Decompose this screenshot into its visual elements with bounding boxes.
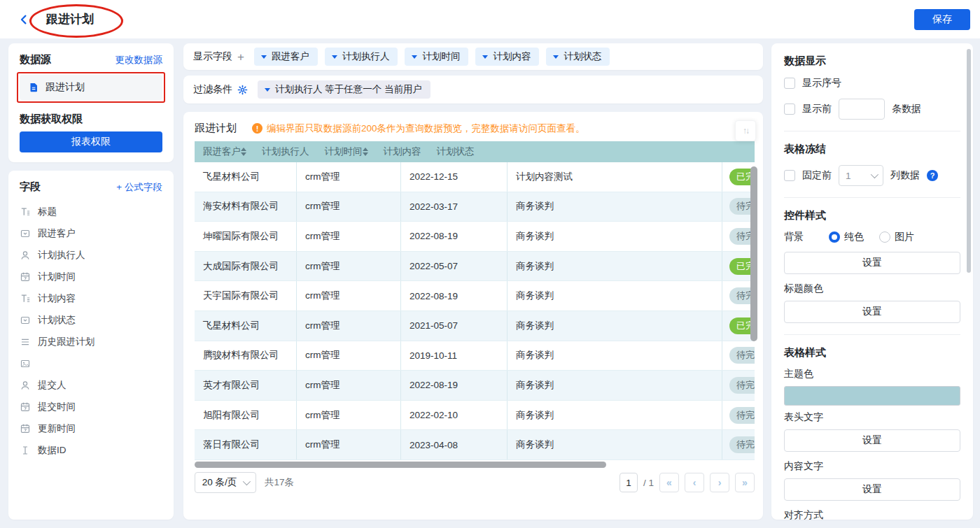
change-datasource-link[interactable]: 更改数据源 bbox=[115, 54, 163, 66]
add-formula-field-link[interactable]: + 公式字段 bbox=[116, 181, 162, 194]
filter-bar: 过滤条件 计划执行人 等于任意一个 当前用户 bbox=[183, 76, 763, 104]
table-row[interactable]: 大成国际有限公司 crm管理 2022-05-07 商务谈判 已完成 bbox=[195, 252, 755, 282]
back-icon[interactable] bbox=[18, 14, 29, 25]
freeze-col-select[interactable]: 1 bbox=[839, 165, 883, 186]
display-field-chip[interactable]: 跟进客户 bbox=[254, 48, 318, 66]
table-row[interactable]: 飞星材料公司 crm管理 2021-05-07 商务谈判 已完成 bbox=[195, 311, 755, 341]
title-color-set-button[interactable]: 设置 bbox=[784, 301, 960, 323]
cell-customer: 英才有限公司 bbox=[195, 371, 297, 400]
solid-color-radio[interactable] bbox=[829, 231, 840, 243]
table-row[interactable]: 落日有限公司 crm管理 2023-04-08 商务谈判 待完成 bbox=[195, 430, 755, 460]
table-row[interactable]: 海安材料有限公司 crm管理 2022-03-17 商务谈判 待完成 bbox=[195, 192, 755, 222]
background-set-button[interactable]: 设置 bbox=[784, 252, 960, 274]
show-index-checkbox[interactable] bbox=[784, 78, 795, 89]
horizontal-scrollbar[interactable] bbox=[195, 462, 606, 468]
show-first-checkbox[interactable] bbox=[784, 104, 795, 115]
field-type-icon bbox=[20, 315, 31, 326]
help-icon[interactable]: ? bbox=[927, 170, 938, 181]
table-row[interactable]: 坤曜国际有限公司 crm管理 2022-08-19 商务谈判 待完成 bbox=[195, 222, 755, 252]
cell-customer: 落日有限公司 bbox=[195, 430, 297, 459]
cell-customer: 海安材料有限公司 bbox=[195, 192, 297, 222]
gear-icon[interactable] bbox=[237, 85, 248, 95]
cell-content: 商务谈判 bbox=[507, 192, 722, 222]
image-label: 图片 bbox=[895, 231, 914, 243]
table-row[interactable]: 英才有限公司 crm管理 2022-08-19 商务谈判 待完成 bbox=[195, 371, 755, 401]
column-header[interactable]: 计划时间 bbox=[316, 141, 375, 162]
display-field-chip[interactable]: 计划执行人 bbox=[325, 48, 398, 66]
page-nav-button[interactable]: « bbox=[659, 473, 679, 492]
col-suffix-label: 列数据 bbox=[890, 169, 920, 182]
column-header[interactable]: 计划状态 bbox=[428, 141, 482, 162]
filter-chip[interactable]: 计划执行人 等于任意一个 当前用户 bbox=[258, 80, 430, 99]
table-row[interactable]: 天宇国际有限公司 crm管理 2022-08-19 商务谈判 待完成 bbox=[195, 281, 755, 311]
column-header[interactable]: 计划执行人 bbox=[253, 141, 316, 162]
save-button[interactable]: 保存 bbox=[914, 9, 970, 30]
datasource-item[interactable]: 跟进计划 bbox=[20, 75, 162, 100]
pagination-bar: 20 条/页 共17条 1 / 1 «‹›» bbox=[195, 472, 755, 493]
vertical-scrollbar[interactable] bbox=[750, 166, 757, 341]
align-label: 对齐方式 bbox=[784, 509, 960, 520]
report-permission-button[interactable]: 报表权限 bbox=[20, 131, 162, 152]
field-item[interactable]: 跟进客户 bbox=[20, 222, 162, 244]
cell-executor: crm管理 bbox=[297, 281, 401, 311]
cell-date: 2019-10-11 bbox=[401, 341, 507, 371]
cell-customer: 坤曜国际有限公司 bbox=[195, 222, 297, 251]
status-badge: 待完成 bbox=[729, 377, 755, 394]
display-field-chip[interactable]: 计划内容 bbox=[475, 48, 539, 66]
cell-customer: 飞星材料公司 bbox=[195, 162, 297, 192]
cell-executor: crm管理 bbox=[297, 192, 401, 222]
freeze-checkbox[interactable] bbox=[784, 170, 795, 181]
filter-label: 过滤条件 bbox=[193, 83, 232, 96]
page-nav-button[interactable]: ‹ bbox=[685, 473, 704, 492]
sort-arrows-icon[interactable] bbox=[241, 148, 246, 156]
sort-order-button[interactable]: ↑↓ bbox=[735, 120, 756, 141]
field-label: 提交时间 bbox=[38, 401, 76, 413]
field-item[interactable]: 计划执行人 bbox=[20, 244, 162, 266]
page-size-select[interactable]: 20 条/页 bbox=[195, 472, 256, 493]
field-item[interactable] bbox=[20, 352, 162, 374]
table-row[interactable]: 飞星材料公司 crm管理 2022-12-15 计划内容测试 已完成 bbox=[195, 162, 755, 192]
content-text-set-button[interactable]: 设置 bbox=[784, 478, 960, 501]
theme-color-swatch[interactable] bbox=[784, 386, 960, 406]
sort-arrows-icon[interactable] bbox=[363, 148, 368, 156]
solid-color-label: 纯色 bbox=[844, 231, 864, 243]
image-radio[interactable] bbox=[879, 231, 890, 243]
cell-customer: 飞星材料公司 bbox=[195, 311, 297, 341]
field-item[interactable]: 计划时间 bbox=[20, 266, 162, 287]
panel-scrollbar[interactable] bbox=[967, 49, 971, 273]
field-item[interactable]: 计划内容 bbox=[20, 287, 162, 309]
field-item[interactable]: 计划状态 bbox=[20, 309, 162, 331]
page-title: 跟进计划 bbox=[46, 13, 94, 26]
add-display-field-button[interactable]: + bbox=[237, 51, 244, 63]
chevron-down-icon bbox=[553, 55, 559, 59]
page-nav-buttons: «‹›» bbox=[659, 473, 755, 492]
page-input[interactable]: 1 bbox=[620, 473, 638, 492]
display-field-chip[interactable]: 计划状态 bbox=[546, 48, 610, 66]
field-label: 提交人 bbox=[38, 379, 66, 392]
datasource-title: 数据源 bbox=[20, 53, 51, 66]
header-text-set-button[interactable]: 设置 bbox=[784, 429, 960, 452]
column-header[interactable]: 计划内容 bbox=[375, 141, 428, 162]
field-type-icon bbox=[20, 293, 31, 304]
preview-notice: ! 编辑界面只取数据源前200条作为查询数据预览，完整数据请访问页面查看。 bbox=[252, 122, 585, 135]
field-type-icon bbox=[20, 401, 31, 413]
page-nav-button[interactable]: › bbox=[710, 473, 729, 492]
cell-date: 2022-05-07 bbox=[401, 252, 507, 281]
field-item[interactable]: 数据ID bbox=[20, 439, 162, 461]
row-count-input[interactable] bbox=[839, 99, 885, 120]
field-item[interactable]: 历史跟进计划 bbox=[20, 331, 162, 352]
column-header[interactable]: 跟进客户 bbox=[195, 141, 253, 162]
chevron-down-icon bbox=[261, 55, 267, 59]
display-field-chip[interactable]: 计划时间 bbox=[405, 48, 468, 66]
field-item[interactable]: 标题 bbox=[20, 201, 162, 222]
page-nav-button[interactable]: » bbox=[735, 473, 755, 492]
field-item[interactable]: 更新时间 bbox=[20, 418, 162, 439]
cell-status: 待完成 bbox=[722, 430, 755, 459]
field-item[interactable]: 提交时间 bbox=[20, 396, 162, 418]
field-item[interactable]: 提交人 bbox=[20, 374, 162, 396]
cell-date: 2022-02-10 bbox=[401, 401, 507, 430]
column-header-label: 计划时间 bbox=[325, 145, 363, 158]
header-text-label: 表头文字 bbox=[784, 411, 960, 424]
table-row[interactable]: 旭阳有限公司 crm管理 2022-02-10 商务谈判 待完成 bbox=[195, 401, 755, 431]
table-row[interactable]: 腾骏材料有限公司 crm管理 2019-10-11 商务谈判 待完成 bbox=[195, 341, 755, 371]
